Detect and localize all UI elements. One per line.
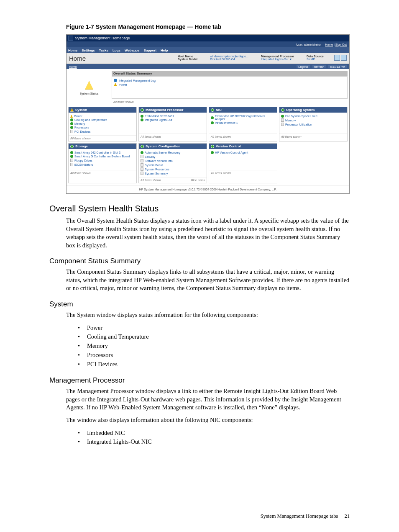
link-home[interactable]: Home: [325, 43, 333, 46]
ok-icon: [211, 108, 214, 112]
card-item-text: Embedded HP NC7782 Gigabit Server Adapte…: [215, 115, 275, 121]
summary-item[interactable]: Integrated Management Log: [114, 78, 345, 82]
paragraph: The System window displays status inform…: [66, 311, 350, 319]
card-item[interactable]: Cooling and Temperature: [70, 118, 135, 122]
list-item: Embedded NIC: [78, 429, 350, 438]
card-item[interactable]: Software Version Info: [141, 159, 205, 163]
doc-icon: [141, 159, 143, 162]
card-footer: All items shownHide Items: [139, 177, 207, 183]
card-item[interactable]: Power: [70, 114, 135, 118]
card-item[interactable]: Memory: [281, 118, 345, 122]
doc-icon: [141, 172, 143, 175]
status-card: SystemPowerCooling and TemperatureMemory…: [68, 107, 137, 141]
overall-status-summary: Overall Status Summary Integrated Manage…: [112, 71, 348, 105]
doc-icon: [70, 130, 73, 133]
doc-icon: [70, 159, 73, 162]
timestamp: 5:31:13 PM: [328, 65, 347, 68]
warning-icon: [70, 108, 74, 112]
card-item[interactable]: System Board: [141, 163, 205, 167]
card-item[interactable]: Smart Array 6i Controller on System Boar…: [70, 154, 135, 158]
page-number: 21: [345, 513, 350, 519]
doc-icon: [141, 155, 143, 158]
card-item[interactable]: HP Version Control Agent: [211, 151, 275, 154]
card-item[interactable]: PCI Devices: [70, 129, 135, 134]
card-item[interactable]: Processors: [70, 126, 135, 129]
card-item-text: Processor Utilization: [285, 123, 312, 126]
breadcrumb[interactable]: Home: [69, 65, 77, 68]
cards-grid: SystemPowerCooling and TemperatureMemory…: [66, 107, 349, 185]
card-item-text: Floppy Drives: [74, 159, 92, 162]
card-header: NIC: [209, 107, 277, 113]
card-item-text: Smart Array 642 Controller in Slot 3: [74, 151, 120, 154]
system-model-label: System Model: [178, 58, 197, 61]
card-item[interactable]: System Resources: [141, 167, 205, 171]
all-items-shown: All items shown: [141, 135, 161, 138]
card-item[interactable]: Security: [141, 154, 205, 159]
card-item[interactable]: Embedded HP NC7782 Gigabit Server Adapte…: [211, 114, 275, 121]
card-item[interactable]: Embedded NEC95431: [141, 114, 205, 118]
menu-help[interactable]: Help: [161, 49, 168, 52]
ok-icon: [141, 145, 144, 148]
card-title: NIC: [216, 108, 222, 112]
view-list-icon[interactable]: [334, 55, 340, 61]
hide-items-link[interactable]: Hide Items: [191, 179, 205, 182]
page-footer: System Management Homepage tabs 21: [261, 513, 350, 519]
menu-support[interactable]: Support: [143, 49, 156, 52]
doc-icon: [281, 123, 284, 126]
system-model-value: ProLiant DL380 G4: [210, 58, 248, 61]
card-item[interactable]: Smart Array 642 Controller in Slot 3: [70, 151, 135, 154]
card-header: Operating System: [279, 107, 347, 113]
card-item-text: Software Version Info: [145, 159, 173, 162]
menu-logs[interactable]: Logs: [113, 49, 120, 52]
card-footer: All items shown: [279, 134, 347, 139]
doc-icon: [70, 163, 73, 166]
card-item[interactable]: File System Space Used: [281, 114, 345, 118]
warning-triangle-icon: [85, 81, 93, 90]
heading-system: System: [49, 300, 350, 308]
overall-status-block: System Status: [66, 69, 112, 107]
card-title: Operating System: [286, 108, 315, 112]
card-item-text: Power: [74, 115, 82, 118]
card-item[interactable]: Memory: [70, 122, 135, 126]
card-item[interactable]: Integrated Lights-Out: [141, 118, 205, 122]
card-title: System Configuration: [146, 144, 180, 148]
paragraph: The Overall System Health Status display…: [66, 217, 350, 249]
mgmt-proc-value[interactable]: Integrated Lights-Out ▼: [261, 58, 294, 61]
legend-link[interactable]: Legend: [297, 65, 309, 68]
menu-tasks[interactable]: Tasks: [99, 49, 108, 52]
link-signout[interactable]: Sign Out: [335, 43, 347, 46]
menu-webapps[interactable]: Webapps: [125, 49, 139, 52]
card-title: Version Control: [216, 144, 241, 148]
card-item-text: Memory: [285, 119, 296, 122]
status-card: Version ControlHP Version Control AgentA…: [209, 143, 277, 183]
card-item[interactable]: Automatic Server Recovery: [141, 151, 205, 154]
card-header: Storage: [69, 144, 136, 149]
card-footer: All items shown: [69, 135, 136, 141]
card-item-text: Memory: [74, 122, 85, 125]
paragraph: The Management Processor window displays…: [66, 387, 350, 412]
card-item-text: Embedded NEC95431: [145, 115, 174, 118]
card-body: Embedded HP NC7782 Gigabit Server Adapte…: [209, 113, 277, 134]
summary-item[interactable]: Power: [114, 82, 345, 87]
refresh-link[interactable]: Refresh: [312, 65, 326, 68]
menu-home[interactable]: Home: [68, 49, 77, 52]
view-grid-icon[interactable]: [341, 55, 347, 61]
card-body: File System Space UsedMemoryProcessor Ut…: [279, 113, 347, 134]
card-item[interactable]: System Summary: [141, 171, 205, 175]
card-item[interactable]: iSCSIInitiators: [70, 162, 135, 167]
card-item[interactable]: Virtual Interface 1: [211, 121, 275, 125]
card-title: Management Processor: [146, 108, 183, 112]
card-footer: All items shown: [139, 134, 207, 139]
card-item[interactable]: Floppy Drives: [70, 158, 135, 162]
menu-settings[interactable]: Settings: [82, 49, 95, 52]
ok-icon: [281, 115, 284, 118]
paragraph: The window also displays information abo…: [66, 416, 350, 424]
window-title: System Management Homepage: [75, 36, 130, 40]
summary-title: Overall Status Summary: [112, 71, 348, 76]
ok-icon: [141, 115, 143, 118]
card-body: Embedded NEC95431Integrated Lights-Out: [139, 113, 207, 134]
heading-management-processor: Management Processor: [49, 376, 350, 385]
all-items-shown: All items shown: [211, 135, 231, 138]
data-source-value: SNMP: [307, 58, 324, 61]
card-item[interactable]: Processor Utilization: [281, 122, 345, 126]
